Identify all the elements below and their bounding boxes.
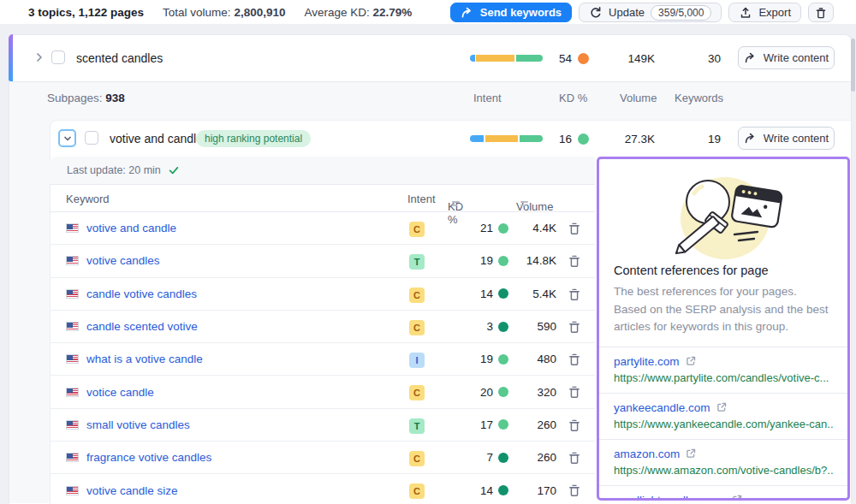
keyword-link[interactable]: votive and candle bbox=[86, 222, 176, 234]
keyword-link[interactable]: votive candle size bbox=[86, 484, 178, 497]
column-header-keywords: Keywords bbox=[675, 92, 723, 104]
trash-icon bbox=[567, 253, 582, 269]
expand-topic-chevron[interactable] bbox=[33, 50, 46, 68]
keyword-link[interactable]: fragrance votive candles bbox=[86, 451, 211, 464]
total-volume-stat: Total volume: 2,800,910 bbox=[163, 6, 285, 19]
kd-cell: 14 bbox=[428, 278, 508, 310]
topic-kd-value: 54 bbox=[559, 52, 572, 65]
keyword-link[interactable]: what is a votive candle bbox=[86, 353, 203, 365]
us-flag-icon bbox=[66, 322, 79, 331]
trash-icon bbox=[567, 418, 582, 433]
kd-cell: 21 bbox=[428, 212, 508, 244]
keyword-manager-page: 3 topics, 1,122 pages Total volume: 2,80… bbox=[0, 0, 856, 504]
subpage-volume: 27.3K bbox=[599, 133, 655, 145]
delete-keyword-button[interactable] bbox=[567, 418, 582, 433]
lightbulb-pencil-illustration bbox=[646, 171, 800, 260]
references-description: The best references for your pages. Base… bbox=[599, 277, 847, 347]
volume-cell: 170 bbox=[501, 474, 556, 504]
keyword-link[interactable]: candle scented votive bbox=[86, 320, 198, 333]
subpage-row: votive and candle high ranking potential… bbox=[0, 120, 856, 157]
reference-domain-link[interactable]: goodlightcandles.com bbox=[614, 494, 726, 501]
reference-url: https://www.yankeecandle.com/yankee-can.… bbox=[614, 418, 833, 430]
us-flag-icon bbox=[66, 388, 79, 397]
keyword-row: votive candle size C 14 170 bbox=[50, 474, 595, 504]
subpage-kd-cell: 16 bbox=[510, 133, 589, 145]
external-link-icon bbox=[685, 448, 697, 460]
last-update-text: Last update: 20 min bbox=[67, 164, 161, 176]
average-kd-stat: Average KD: 22.79% bbox=[304, 6, 412, 19]
total-volume-value: 2,800,910 bbox=[234, 6, 285, 19]
topic-keywords-count: 30 bbox=[675, 52, 721, 65]
update-button[interactable]: Update 359/5,000 bbox=[579, 3, 722, 22]
write-arrow-icon bbox=[744, 51, 758, 65]
kd-cell: 3 bbox=[428, 311, 508, 342]
us-flag-icon bbox=[66, 289, 79, 299]
reference-domain-link[interactable]: partylite.com bbox=[614, 355, 680, 368]
reference-domain-link[interactable]: yankeecandle.com bbox=[614, 401, 710, 414]
reference-item: partylite.com https://www.partylite.com/… bbox=[599, 347, 847, 394]
volume-cell: 4.4K bbox=[501, 212, 556, 244]
check-icon bbox=[168, 164, 180, 176]
trash-icon bbox=[567, 450, 582, 465]
subpage-checkbox[interactable] bbox=[85, 131, 98, 145]
delete-all-button[interactable] bbox=[808, 3, 834, 22]
delete-keyword-button[interactable] bbox=[567, 352, 582, 367]
trash-icon bbox=[567, 287, 582, 302]
topics-pages-count: 3 topics, 1,122 pages bbox=[28, 6, 144, 19]
reference-list: partylite.com https://www.partylite.com/… bbox=[599, 347, 847, 501]
kd-cell: 19 bbox=[428, 245, 508, 276]
export-icon bbox=[739, 6, 752, 20]
update-quota-pill: 359/5,000 bbox=[651, 5, 711, 21]
keyword-row: votive candles T 19 14.8K bbox=[50, 245, 595, 277]
delete-keyword-button[interactable] bbox=[567, 221, 582, 236]
delete-keyword-button[interactable] bbox=[567, 483, 582, 498]
sort-icon bbox=[520, 200, 530, 208]
volume-cell: 260 bbox=[501, 409, 556, 441]
collapse-subpage-button[interactable] bbox=[58, 129, 76, 147]
topic-checkbox[interactable] bbox=[51, 50, 65, 64]
kd-cell: 17 bbox=[428, 409, 508, 441]
column-header-intent: Intent bbox=[473, 92, 502, 104]
volume-cell: 260 bbox=[501, 442, 556, 473]
high-ranking-potential-badge: high ranking potential bbox=[196, 130, 311, 147]
trash-icon bbox=[567, 384, 582, 400]
delete-keyword-button[interactable] bbox=[567, 450, 582, 465]
delete-keyword-button[interactable] bbox=[567, 319, 582, 335]
column-header-intent: Intent bbox=[407, 193, 436, 205]
send-keywords-button[interactable]: Send keywords bbox=[450, 3, 572, 22]
keyword-link[interactable]: votive candles bbox=[86, 254, 160, 267]
content-references-panel: Content references for page The best ref… bbox=[597, 157, 850, 501]
topic-volume: 149K bbox=[599, 52, 655, 65]
topic-title: scented candles bbox=[76, 51, 163, 65]
write-content-button[interactable]: Write content bbox=[738, 46, 835, 69]
last-update-bar: Last update: 20 min bbox=[50, 157, 595, 185]
write-arrow-icon bbox=[744, 132, 758, 145]
kd-cell: 7 bbox=[428, 442, 508, 473]
write-content-button[interactable]: Write content bbox=[738, 127, 835, 150]
keyword-link[interactable]: votice candle bbox=[86, 386, 154, 399]
column-header-kd: KD % bbox=[559, 92, 587, 104]
us-flag-icon bbox=[66, 486, 79, 495]
trash-icon bbox=[814, 6, 828, 20]
us-flag-icon bbox=[66, 223, 79, 233]
keyword-row: votive and candle C 21 4.4K bbox=[50, 212, 595, 245]
kd-cell: 19 bbox=[428, 343, 508, 375]
references-title: Content references for page bbox=[599, 264, 847, 277]
keyword-row: what is a votive candle I 19 480 bbox=[50, 343, 595, 376]
reference-url: https://www.amazon.com/votive-candles/b?… bbox=[614, 464, 833, 477]
export-button[interactable]: Export bbox=[728, 3, 801, 22]
subpages-count-label: Subpages: 938 bbox=[47, 92, 125, 104]
delete-keyword-button[interactable] bbox=[567, 287, 582, 302]
volume-cell: 320 bbox=[501, 376, 556, 407]
keyword-row: small votive candles T 17 260 bbox=[50, 409, 595, 442]
us-flag-icon bbox=[66, 354, 79, 364]
keyword-link[interactable]: candle votive candles bbox=[86, 288, 197, 300]
chevron-down-icon bbox=[61, 132, 74, 145]
subpage-kd-value: 16 bbox=[559, 133, 572, 145]
delete-keyword-button[interactable] bbox=[567, 384, 582, 400]
delete-keyword-button[interactable] bbox=[567, 253, 582, 269]
keyword-link[interactable]: small votive candles bbox=[86, 418, 190, 431]
reference-domain-link[interactable]: amazon.com bbox=[614, 448, 680, 460]
trash-icon bbox=[567, 352, 582, 367]
scrollbar-thumb[interactable] bbox=[851, 39, 855, 92]
